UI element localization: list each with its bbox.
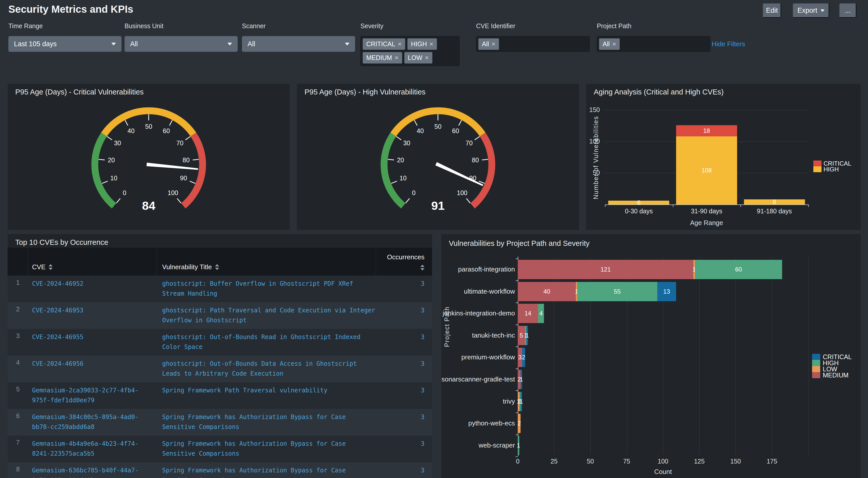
bar-value-label: 1 xyxy=(520,376,523,383)
close-icon[interactable]: × xyxy=(612,40,616,48)
vulnerability-title-link[interactable]: Spring Framework Path Traversal vulnerab… xyxy=(162,385,377,396)
project-path-label: Project Path xyxy=(597,22,631,30)
gauge-tick xyxy=(474,136,479,140)
gauge-tick xyxy=(396,136,401,140)
vulnerability-title-cell: ghostscript: Path Traversal and Code Exe… xyxy=(157,302,376,329)
gauge-tick-label: 40 xyxy=(128,127,135,134)
cve-link[interactable]: Gemnasium-636bc785-b40f-44a7-9c71-115cc0… xyxy=(32,466,140,478)
y-category-label: trivy xyxy=(441,398,515,405)
column-header-cve[interactable]: CVE xyxy=(28,248,157,276)
x-axis-tick xyxy=(673,204,673,207)
severity-multiselect[interactable]: CRITICAL×HIGH×MEDIUM×LOW× xyxy=(361,36,460,66)
column-header-occurrences[interactable]: Occurrences xyxy=(376,248,432,276)
table-row: 8Gemnasium-636bc785-b40f-44a7-9c71-115cc… xyxy=(8,462,432,478)
legend-swatch-high xyxy=(812,360,820,366)
occurrences-link[interactable]: 3 xyxy=(421,334,425,341)
severity-pill[interactable]: CRITICAL× xyxy=(363,38,405,50)
legend-label: CRITICAL xyxy=(824,161,851,166)
cve-link[interactable]: Gemnasium-384c00c5-895a-4ad0-bb78-cc259a… xyxy=(32,412,140,432)
gauge-tick xyxy=(185,136,190,140)
cve-cell: CVE-2024-46956 xyxy=(28,355,157,382)
project-path-pill[interactable]: All× xyxy=(599,38,620,50)
gauge-value: 91 xyxy=(297,199,579,213)
vulnerability-title-link[interactable]: Spring Framework has Authorization Bypas… xyxy=(162,439,377,459)
gauge-tick xyxy=(482,159,488,160)
vulnerability-title-link[interactable]: ghostscript: Buffer Overflow in Ghostscr… xyxy=(162,279,377,299)
sort-icon xyxy=(421,265,425,271)
project-path-input[interactable]: All× xyxy=(597,36,710,52)
cve-link[interactable]: CVE-2024-46955 xyxy=(32,332,140,342)
y-axis-tick xyxy=(516,346,518,347)
edit-button[interactable]: Edit xyxy=(763,3,781,18)
gauge-tick-label: 90 xyxy=(180,174,187,181)
y-category-label: ultimate-workflow xyxy=(441,287,515,296)
cve-link[interactable]: CVE-2024-46952 xyxy=(32,279,140,289)
column-header-title[interactable]: Vulnerability Title xyxy=(157,248,376,276)
occurrences-link[interactable]: 3 xyxy=(421,387,425,394)
panel-title: Top 10 CVEs by Occurrence xyxy=(15,238,108,247)
aging-analysis-chart: 5010015060-30 days1081831-90 days891-180… xyxy=(586,84,861,230)
vulnerability-title-cell: ghostscript: Out-of-Bounds Data Access i… xyxy=(157,355,376,382)
occurrences-cell: 3 xyxy=(376,355,432,382)
row-index: 6 xyxy=(8,409,28,436)
bar-value-label: 60 xyxy=(735,266,742,273)
x-tick-label: 150 xyxy=(725,458,746,465)
x-axis-tick xyxy=(605,204,606,207)
cve-link[interactable]: CVE-2024-46956 xyxy=(32,359,140,369)
close-icon[interactable]: × xyxy=(425,54,429,62)
legend-swatch-critical xyxy=(812,354,820,360)
y-category-label: web-scraper xyxy=(441,441,515,449)
sort-icon xyxy=(215,264,219,270)
hide-filters-link[interactable]: Hide Filters xyxy=(712,40,745,48)
vulnerability-title-link[interactable]: ghostscript: Out-of-Bounds Read in Ghost… xyxy=(162,332,377,352)
occurrences-link[interactable]: 3 xyxy=(421,280,425,287)
gauge-tick xyxy=(414,120,417,126)
gauge-needle xyxy=(146,163,198,170)
occurrences-link[interactable]: 3 xyxy=(421,440,425,447)
close-icon[interactable]: × xyxy=(492,40,495,48)
export-button[interactable]: Export xyxy=(793,3,829,18)
y-category-label: sonarscanner-gradle-test xyxy=(441,375,515,383)
cve-link[interactable]: Gemnasium-2ca39033-2c77-4fb4-975f-fdef1d… xyxy=(32,385,140,405)
vulnerability-title-link[interactable]: ghostscript: Out-of-Bounds Data Access i… xyxy=(162,359,377,379)
vulnerability-title-link[interactable]: Spring Framework has Authorization Bypas… xyxy=(162,412,377,432)
vulnerability-title-link[interactable]: Spring Framework has Authorization Bypas… xyxy=(162,466,377,478)
close-icon[interactable]: × xyxy=(395,54,398,62)
y-category-label: jenkins-integration-demo xyxy=(441,309,515,317)
panel-project-path-severity: Vulnerabilities by Project Path and Seve… xyxy=(441,234,861,478)
time-range-select[interactable]: Last 105 days xyxy=(8,36,122,52)
occurrences-cell: 3 xyxy=(376,436,432,462)
severity-pill-label: MEDIUM xyxy=(366,54,392,62)
gauge-tick xyxy=(459,120,462,126)
bar-value-label: 8 xyxy=(773,198,776,205)
legend-label: LOW xyxy=(823,366,837,372)
cve-identifier-input[interactable]: All× xyxy=(476,36,590,52)
close-icon[interactable]: × xyxy=(398,40,402,48)
close-icon[interactable]: × xyxy=(430,40,433,48)
severity-pill[interactable]: LOW× xyxy=(404,52,432,64)
more-icon: ... xyxy=(845,7,851,14)
severity-pill[interactable]: MEDIUM× xyxy=(363,52,402,64)
legend-swatch-medium xyxy=(812,372,820,378)
x-tick-label: 100 xyxy=(653,458,673,465)
business-unit-select[interactable]: All xyxy=(125,36,238,52)
cve-identifier-pill-label: All xyxy=(482,40,489,48)
row-index: 8 xyxy=(8,462,28,478)
row-index: 2 xyxy=(8,302,28,329)
vulnerability-title-link[interactable]: ghostscript: Path Traversal and Code Exe… xyxy=(162,306,377,326)
chevron-down-icon xyxy=(820,9,825,12)
business-unit-value: All xyxy=(130,40,138,48)
occurrences-link[interactable]: 3 xyxy=(421,360,425,367)
cve-link[interactable]: Gemnasium-4b4a9e6a-4b23-4f74-8241-223575… xyxy=(32,439,140,459)
occurrences-link[interactable]: 3 xyxy=(421,307,425,314)
occurrences-link[interactable]: 3 xyxy=(421,413,425,420)
more-actions-button[interactable]: ... xyxy=(839,3,856,18)
cve-identifier-pill[interactable]: All× xyxy=(478,38,499,50)
gauge-tick-label: 60 xyxy=(452,127,459,134)
table-row: 2CVE-2024-46953ghostscript: Path Travers… xyxy=(8,302,432,329)
occurrences-link[interactable]: 3 xyxy=(421,467,425,474)
cve-link[interactable]: CVE-2024-46953 xyxy=(32,306,140,315)
cve-cell: CVE-2024-46953 xyxy=(28,302,157,329)
scanner-select[interactable]: All xyxy=(242,36,355,52)
severity-pill[interactable]: HIGH× xyxy=(407,38,437,50)
